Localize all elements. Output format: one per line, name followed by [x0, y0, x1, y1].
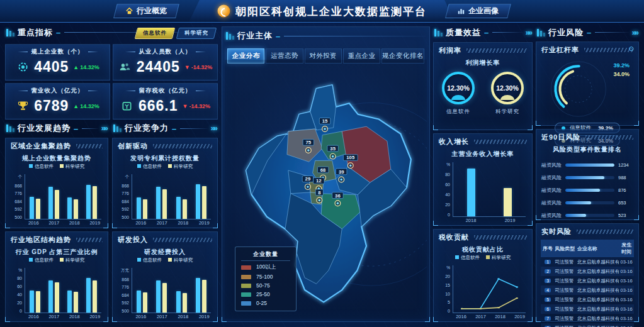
kpi-delta: ▲14.32%	[73, 103, 99, 109]
industry-filter-inactive[interactable]: 科学研究	[176, 28, 217, 39]
column-header: 序号	[541, 245, 555, 252]
bar	[504, 188, 512, 217]
leverage-panel: 行业杠杆率 ⊙ 39.2% 34.0% 信息软件39.2%科学研究34.0%	[536, 42, 639, 126]
row-index: 3	[545, 279, 551, 283]
risk-rank-row: 融资风险1234	[541, 162, 633, 169]
chart-title: 研发经费投入	[115, 248, 215, 257]
risk-rank-row: 融资风险988	[541, 174, 633, 181]
income-bar-chart: 主营业务收入增长率%80604020020182019	[434, 148, 532, 226]
occur-time: 03-16	[619, 306, 634, 312]
section-bars-icon	[226, 32, 234, 40]
company-name: 北京启航卓越科技有限公司	[577, 287, 619, 294]
kpi-label: 营业收入（亿元）	[6, 87, 110, 95]
legend-label: 75-100	[256, 274, 273, 280]
kpi-value: 6789	[34, 97, 69, 114]
hatch-decor	[153, 144, 212, 148]
kpi-card-grid: 规上企业数（个）4405▲14.32%从业人员数（人）24405▼-14.32%…	[5, 44, 218, 119]
quality-benefit-section: 质量效益 – »» 利润率 利润增长率 12.30%信息软件12.30%科学研究…	[433, 26, 533, 322]
section-header: 重点指标 – 信息软件科学研究	[5, 26, 218, 38]
table-body: 1司法预警北京启航卓越科技有限公司03-162司法预警北京启航卓越科技有限公司0…	[541, 257, 634, 327]
column-header: 企业名称	[577, 245, 619, 252]
chart-legend: 信息软件科学研究	[115, 257, 215, 263]
legend-entry: 信息软件	[455, 255, 480, 261]
bar	[467, 169, 475, 216]
settings-icon[interactable]: ⊙	[629, 45, 634, 52]
risk-type: 司法预警	[555, 316, 577, 322]
hatch-decor	[153, 238, 212, 242]
table-row[interactable]: 5司法预警北京启航卓越科技有限公司03-16	[541, 295, 634, 304]
sub-panel: 研发投入 研发经费投入信息软件科学研究万元8687766845925002016…	[112, 231, 218, 322]
bar	[67, 197, 72, 219]
y-axis: 万元868776684592500	[116, 268, 132, 313]
expand-more-icon[interactable]: »»	[632, 28, 638, 37]
nav-tab-industry-overview[interactable]: 行业概览	[113, 4, 179, 18]
bar	[86, 185, 91, 219]
table-row[interactable]: 1司法预警北京启航卓越科技有限公司03-16	[541, 257, 634, 267]
risk-type-label: 融资风险	[541, 212, 562, 219]
kpi-card: 营业收入（亿元）6789▲14.32%	[5, 83, 110, 119]
sub-panel-title: 研发投入	[118, 235, 148, 245]
gauge-value: 12.30%	[447, 84, 470, 92]
bar	[183, 199, 187, 219]
platform-logo-icon	[217, 5, 230, 18]
risk-type: 司法预警	[555, 297, 577, 303]
grouped-bar-chart: 规上企业数量集聚趋势信息软件科学研究个868776684592500201620…	[6, 152, 108, 228]
table-row[interactable]: 7司法预警北京启航卓越科技有限公司03-16	[541, 314, 634, 323]
kpi-label: 规上企业数（个）	[6, 48, 110, 56]
map-legend-rows: 100以上75-10050-7525-500-25	[241, 263, 290, 306]
table-row[interactable]: 4司法预警北京启航卓越科技有限公司03-16	[541, 285, 634, 295]
svg-text:15: 15	[322, 118, 328, 124]
legend-entry: 科学研究	[60, 164, 84, 170]
svg-text:36: 36	[335, 193, 341, 199]
hatch-decor	[577, 230, 633, 234]
hatch-decor	[585, 135, 633, 140]
risk-bar	[565, 164, 614, 167]
risk-type: 司法预警	[555, 287, 577, 294]
sub-panel-title: 收入增长	[439, 137, 469, 147]
y-axis: %806040200	[438, 162, 453, 218]
occur-time: 03-16	[619, 316, 634, 321]
sub-panel-title: 利润率	[439, 46, 461, 55]
recent-risk-panel: 近90日风险 风险类型事件数量排名 融资风险1234融资风险988融资风险876…	[536, 129, 639, 220]
kpi-card: 从业人员数（人）24405▼-14.32%	[113, 44, 218, 80]
nav-tab-enterprise-portrait[interactable]: 企业画像	[445, 4, 511, 18]
company-name: 北京启航卓越科技有限公司	[577, 269, 619, 275]
expand-more-icon[interactable]: »»	[101, 124, 107, 133]
section-header: 行业发展趋势 – »»	[5, 122, 108, 135]
industry-filter-active[interactable]: 信息软件	[135, 28, 175, 39]
bar	[30, 197, 34, 219]
table-row[interactable]: 8司法预警北京启航卓越科技有限公司03-16	[541, 323, 634, 327]
chart-legend: 信息软件科学研究	[115, 164, 215, 170]
sub-panel: 区域企业集聚趋势 规上企业数量集聚趋势信息软件科学研究个868776684592…	[5, 138, 108, 228]
legend-swatch	[241, 284, 251, 288]
app-title: 朝阳区科创规上企业大数据监测平台	[235, 4, 427, 18]
legend-entry: 科学研究	[168, 257, 193, 263]
district-map[interactable]: 15753510568392912836 企业数量 100以上75-10050-…	[225, 60, 427, 319]
table-row[interactable]: 3司法预警北京启航卓越科技有限公司03-16	[541, 276, 634, 285]
table-row[interactable]: 2司法预警北京启航卓越科技有限公司03-16	[541, 267, 634, 276]
risk-type-label: 融资风险	[541, 199, 562, 206]
bar	[162, 283, 167, 313]
kpi-value: 666.1	[138, 97, 178, 114]
bar	[48, 280, 53, 313]
legend-entry: 科学研究	[60, 257, 84, 263]
x-axis: 2016201720182019	[8, 220, 105, 226]
section-header: 行业竞争力 – »»	[112, 122, 218, 135]
section-bars-icon	[6, 125, 14, 132]
table-row[interactable]: 6司法预警北京启航卓越科技有限公司03-16	[541, 304, 634, 314]
bar	[162, 189, 167, 219]
badge-icon	[16, 60, 30, 74]
occur-time: 03-16	[619, 297, 634, 302]
legend-entry: 科学研究	[486, 255, 511, 261]
table-header: 序号风险类型企业名称发生时间	[541, 240, 634, 257]
expand-more-icon[interactable]: »»	[526, 28, 531, 37]
chart-legend: 信息软件科学研究	[8, 164, 105, 170]
kpi-delta: ▼-14.32%	[183, 103, 210, 109]
arrow-up-icon: ▲	[73, 64, 79, 70]
y-axis: 个868776684592500	[9, 174, 25, 219]
bar	[202, 280, 206, 313]
section-header: 质量效益 – »»	[433, 26, 533, 39]
realtime-risk-panel: 实时风险 序号风险类型企业名称发生时间 1司法预警北京启航卓越科技有限公司03-…	[536, 223, 639, 322]
expand-more-icon[interactable]: »»	[211, 124, 217, 133]
plot-area	[132, 174, 211, 219]
